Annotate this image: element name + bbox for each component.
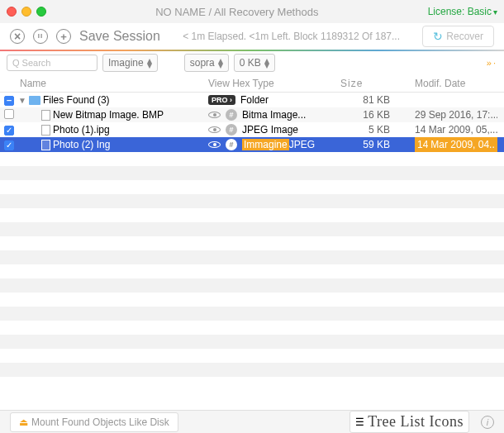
search-input[interactable]: Q Search bbox=[7, 55, 97, 71]
empty-rows bbox=[0, 152, 504, 391]
filter-dropdown-1[interactable]: Imagine▴▾ bbox=[102, 54, 158, 72]
file-list: ▼Files Found (3)PRO ›Folder81 KBNew Bitm… bbox=[0, 93, 504, 152]
window-controls bbox=[7, 7, 46, 17]
pause-button[interactable] bbox=[33, 29, 48, 44]
file-name: Files Found (3) bbox=[43, 94, 110, 106]
minimize-icon[interactable] bbox=[21, 7, 31, 17]
file-size: 5 KB bbox=[340, 124, 415, 136]
checkbox[interactable] bbox=[4, 126, 14, 136]
file-size: 59 KB bbox=[340, 139, 415, 150]
file-type: ImmagineJPEG bbox=[242, 139, 315, 150]
window-title: NO NAME / All Recovery Methods bbox=[46, 6, 428, 18]
file-type: Folder bbox=[240, 94, 269, 106]
disclosure-icon[interactable]: ▼ bbox=[18, 96, 26, 105]
tree-icon: ☰ bbox=[355, 416, 364, 428]
checkbox[interactable] bbox=[4, 140, 14, 150]
folder-icon bbox=[29, 96, 40, 105]
table-row[interactable]: New Bitmap Image. BMP#Bitma Image...16 K… bbox=[0, 107, 504, 122]
file-name: Photo (1).ipg bbox=[53, 124, 110, 136]
checkbox[interactable] bbox=[4, 109, 14, 119]
mount-button[interactable]: ⏏ Mount Found Objects Like Disk bbox=[10, 412, 178, 432]
header-date[interactable]: Modif. Date bbox=[415, 78, 496, 89]
table-row[interactable]: ▼Files Found (3)PRO ›Folder81 KB bbox=[0, 93, 504, 107]
file-name: New Bitmap Image. BMP bbox=[53, 109, 164, 121]
hex-icon[interactable]: # bbox=[226, 139, 237, 150]
status-text: < 1m Elapsed. <1m Left. Block 1189312 Of… bbox=[169, 31, 414, 42]
stop-button[interactable] bbox=[10, 29, 25, 44]
file-size: 81 KB bbox=[340, 94, 415, 106]
table-row[interactable]: Photo (2) Ing#ImmagineJPEG59 KB14 Mar 20… bbox=[0, 137, 504, 152]
zoom-icon[interactable] bbox=[36, 7, 46, 17]
view-mode-toggle[interactable]: ☰ Tree List Icons bbox=[349, 411, 469, 433]
filter-bar: Q Search Imagine▴▾ sopra▴▾ 0 KB▴▾ »· bbox=[0, 51, 504, 74]
preview-icon[interactable] bbox=[208, 126, 221, 133]
column-headers: Name View Hex Type Size Modif. Date bbox=[0, 74, 504, 93]
footer: ⏏ Mount Found Objects Like Disk ☰ Tree L… bbox=[0, 410, 504, 433]
toolbar: Save Session < 1m Elapsed. <1m Left. Blo… bbox=[0, 23, 504, 50]
hex-icon[interactable]: # bbox=[226, 124, 237, 136]
file-type: JPEG Image bbox=[242, 124, 298, 136]
add-button[interactable] bbox=[56, 29, 71, 44]
header-name[interactable]: Name bbox=[18, 78, 208, 89]
file-type: Bitma Image... bbox=[242, 109, 306, 121]
file-icon bbox=[41, 110, 50, 121]
more-icon[interactable]: »· bbox=[487, 58, 497, 68]
preview-icon[interactable] bbox=[208, 112, 221, 118]
titlebar: NO NAME / All Recovery Methods License: … bbox=[0, 0, 504, 23]
recover-button[interactable]: ↻ Recover bbox=[422, 26, 494, 47]
header-size[interactable]: Size bbox=[340, 78, 415, 89]
save-session-button[interactable]: Save Session bbox=[79, 29, 160, 44]
table-row[interactable]: Photo (1).ipg#JPEG Image5 KB14 Mar 2009,… bbox=[0, 122, 504, 137]
file-name: Photo (2) Ing bbox=[53, 139, 110, 150]
hex-icon[interactable]: # bbox=[226, 109, 237, 121]
disk-icon: ⏏ bbox=[19, 416, 28, 428]
chevron-down-icon: ▾ bbox=[493, 7, 497, 17]
file-date: Mar 2009, 04... bbox=[428, 138, 495, 151]
filter-dropdown-2[interactable]: sopra▴▾ bbox=[184, 54, 229, 72]
file-icon bbox=[41, 140, 50, 150]
preview-icon[interactable] bbox=[208, 141, 221, 148]
file-size: 16 KB bbox=[340, 109, 415, 121]
file-date: 29 Sep 2016, 17:... bbox=[415, 109, 497, 121]
close-icon[interactable] bbox=[7, 7, 17, 17]
file-date: 14 Mar 2009, 05,... bbox=[415, 124, 497, 136]
refresh-icon: ↻ bbox=[433, 30, 443, 43]
header-view[interactable]: View Hex Type bbox=[208, 78, 340, 89]
info-icon[interactable]: i bbox=[481, 416, 494, 429]
license-link[interactable]: License: Basic▾ bbox=[428, 6, 497, 17]
filter-dropdown-3[interactable]: 0 KB▴▾ bbox=[234, 54, 275, 72]
file-icon bbox=[41, 125, 50, 136]
checkbox[interactable] bbox=[4, 96, 14, 106]
pro-badge: PRO › bbox=[208, 95, 235, 105]
